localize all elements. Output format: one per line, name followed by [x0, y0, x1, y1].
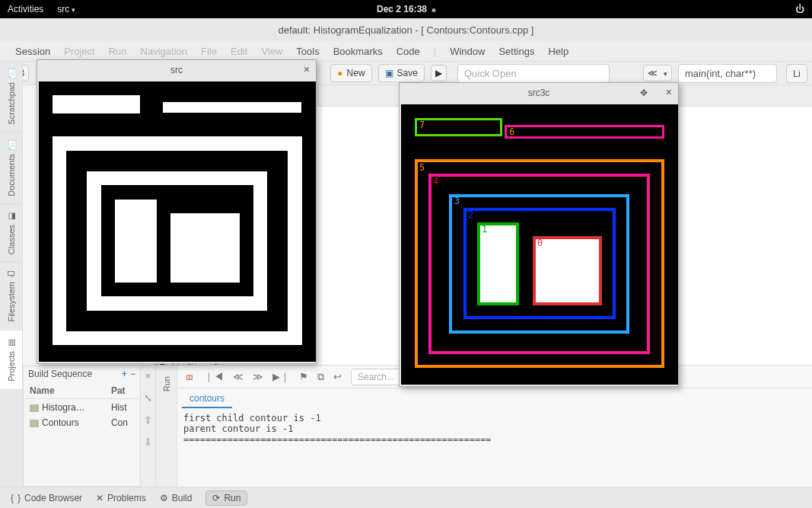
menu-navigation[interactable]: Navigation	[141, 46, 187, 57]
col-path[interactable]: Pat	[107, 383, 139, 399]
status-bar: {} Code Browser ✕ Problems ⚙ Build ⟳ Run	[0, 487, 812, 508]
output-text: first child contour is -1 parent contour…	[177, 408, 812, 449]
network-icon: ⏻	[795, 4, 804, 14]
side-filesystem[interactable]: Filesystem🗀	[0, 262, 22, 330]
menu-window[interactable]: Window	[450, 46, 485, 57]
cv-title: src3c	[528, 88, 550, 98]
table-row[interactable]: Histogra…Hist	[25, 401, 139, 414]
opencv-window-src[interactable]: src ×	[37, 59, 317, 364]
col-name[interactable]: Name	[25, 383, 105, 399]
folder-icon	[30, 420, 39, 427]
close-panel-icon[interactable]: ×	[145, 370, 151, 382]
close-icon[interactable]: ×	[304, 63, 310, 75]
move-icon[interactable]: ✥	[640, 88, 648, 98]
side-scratchpad[interactable]: Scratchpad📄	[0, 61, 22, 133]
copy-icon[interactable]: ⧉	[317, 371, 324, 383]
add-project-icon[interactable]: +	[122, 369, 127, 379]
prev-icon[interactable]: ≪	[233, 371, 244, 382]
app-menu[interactable]: src	[57, 4, 75, 14]
status-codebrowser[interactable]: {} Code Browser	[11, 493, 82, 503]
current-function[interactable]: main(int, char**)	[678, 64, 777, 83]
save-button[interactable]: ▣Save	[378, 64, 425, 82]
stop-icon[interactable]: ⦻	[185, 371, 195, 382]
menu-tools[interactable]: Tools	[296, 46, 319, 57]
down-icon[interactable]: ⇩	[144, 436, 152, 448]
build-sequence-panel: Build Sequence + − NamePat Histogra…Hist…	[23, 366, 141, 487]
wrap-icon[interactable]: ↩	[333, 371, 342, 382]
side-classes[interactable]: Classes◧	[0, 203, 22, 262]
status-run[interactable]: ⟳ Run	[205, 490, 247, 506]
menu-project[interactable]: Project	[64, 46, 94, 57]
table-row[interactable]: ContoursCon	[25, 416, 139, 430]
run-side-tab[interactable]: Run	[161, 370, 173, 398]
quick-open-input[interactable]: Quick Open	[457, 64, 610, 83]
last-icon[interactable]: ▶｜	[272, 370, 290, 384]
collapse-icon[interactable]: ⤡	[144, 392, 152, 404]
menu-help[interactable]: Help	[548, 46, 568, 57]
menu-settings[interactable]: Settings	[498, 46, 534, 57]
menu-view[interactable]: View	[261, 46, 282, 57]
activities-button[interactable]: Activities	[8, 4, 43, 14]
menubar: Session Project Run Navigation File Edit…	[0, 41, 812, 61]
gnome-top-bar: Activities src Dec 2 16:38 ⏻	[0, 0, 812, 18]
pin-icon[interactable]: ⚑	[299, 371, 308, 382]
output-tab[interactable]: contours	[182, 390, 232, 408]
up-icon[interactable]: ⇧	[144, 414, 152, 426]
menu-bookmarks[interactable]: Bookmarks	[333, 46, 383, 57]
window-title: default: HistogramEqualization - [ Conto…	[0, 18, 812, 41]
outline-pane-toggle[interactable]: Li	[786, 64, 807, 83]
build-sequence-title: Build Sequence	[28, 369, 92, 379]
status-problems[interactable]: ✕ Problems	[96, 493, 146, 503]
cv-canvas-src3c: 7 6 5 4 3 2 1 0	[401, 104, 678, 385]
next-icon[interactable]: ≫	[253, 371, 263, 382]
side-projects[interactable]: Projects▥	[0, 330, 22, 389]
cv-title: src	[170, 65, 183, 75]
first-icon[interactable]: ｜◀	[204, 370, 224, 384]
new-button[interactable]: ●New	[330, 64, 371, 82]
system-tray[interactable]: ⏻	[795, 4, 804, 14]
remove-project-icon[interactable]: −	[130, 369, 135, 379]
run-button[interactable]: ▶	[431, 65, 447, 81]
menu-code[interactable]: Code	[396, 46, 420, 57]
menu-run[interactable]: Run	[109, 46, 127, 57]
close-icon[interactable]: ×	[666, 86, 672, 98]
left-dock: Scratchpad📄 Documents📄 Classes◧ Filesyst…	[0, 61, 23, 487]
side-documents[interactable]: Documents📄	[0, 133, 22, 204]
menu-edit[interactable]: Edit	[231, 46, 247, 57]
menu-file[interactable]: File	[201, 46, 217, 57]
clock[interactable]: Dec 2 16:38	[377, 4, 435, 14]
outline-toggle[interactable]: ≪	[643, 65, 672, 81]
opencv-window-src3c[interactable]: src3c ✥ × 7 6 5 4 3 2 1 0	[399, 82, 679, 387]
cv-canvas-src	[39, 81, 316, 362]
status-build[interactable]: ⚙ Build	[160, 493, 193, 503]
folder-icon	[30, 404, 39, 412]
menu-session[interactable]: Session	[15, 46, 50, 57]
